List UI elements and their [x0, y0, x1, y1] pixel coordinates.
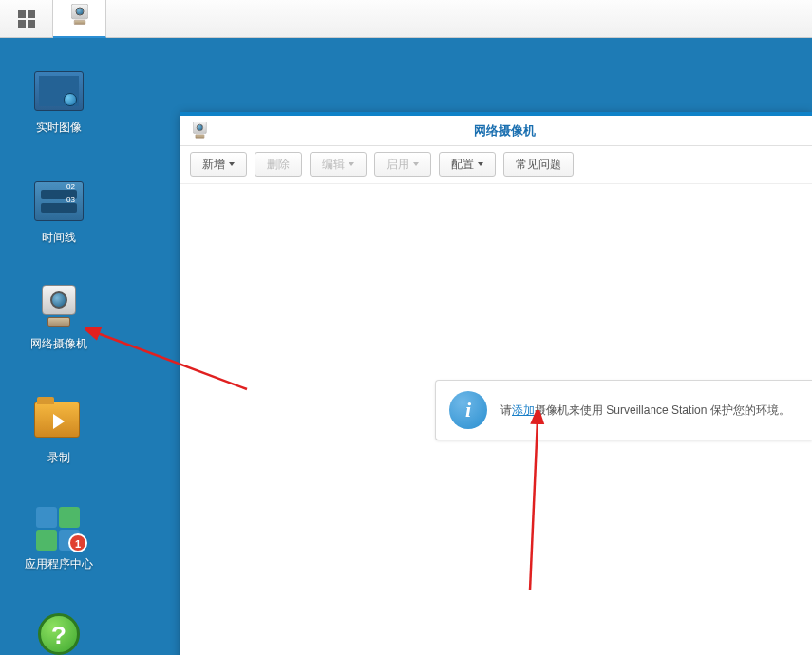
caret-icon — [413, 162, 419, 166]
apps-badge: 1 — [68, 533, 87, 552]
edit-button[interactable]: 编辑 — [310, 152, 367, 177]
desktop-record[interactable]: 录制 — [11, 399, 106, 466]
record-label: 录制 — [11, 450, 106, 466]
edit-label: 编辑 — [322, 157, 345, 173]
taskbar-menu-button[interactable] — [0, 0, 53, 38]
delete-button[interactable]: 删除 — [255, 152, 302, 177]
svg-rect-3 — [28, 20, 35, 28]
apps-label: 应用程序中心 — [11, 556, 106, 572]
liveview-icon — [32, 68, 85, 114]
svg-rect-2 — [18, 20, 26, 28]
info-prefix: 请 — [500, 403, 512, 417]
desktop-apps[interactable]: 1 应用程序中心 — [11, 505, 106, 572]
timeline-label: 时间线 — [11, 230, 106, 246]
info-message: i 请添加摄像机来使用 Surveillance Station 保护您的环境。 — [435, 380, 812, 440]
config-label: 配置 — [451, 157, 474, 173]
apps-grid-icon — [17, 9, 36, 28]
taskbar-camera-button[interactable] — [53, 0, 106, 38]
add-label: 新增 — [202, 157, 225, 173]
taskbar — [0, 0, 812, 38]
window-title: 网络摄像机 — [207, 122, 803, 140]
liveview-label: 实时图像 — [11, 120, 106, 136]
camera-icon — [32, 285, 85, 330]
timeline-icon: 02 03 — [32, 178, 85, 224]
window-toolbar: 新增 删除 编辑 启用 配置 常见问题 — [180, 146, 812, 184]
window-header: 网络摄像机 — [180, 116, 812, 146]
add-button[interactable]: 新增 — [190, 152, 247, 177]
faq-button[interactable]: 常见问题 — [503, 152, 574, 177]
svg-rect-0 — [18, 10, 26, 18]
caret-icon — [229, 162, 235, 166]
caret-icon — [478, 162, 483, 166]
camera-label: 网络摄像机 — [11, 336, 106, 352]
desktop-help[interactable]: ? — [11, 613, 106, 655]
desktop-liveview[interactable]: 实时图像 — [11, 68, 106, 136]
caret-icon — [349, 162, 354, 166]
camera-window: 网络摄像机 新增 删除 编辑 启用 配置 常见问题 i — [180, 112, 812, 655]
window-camera-icon — [190, 122, 207, 140]
desktop: 实时图像 02 03 时间线 网络摄像机 录制 1 应用程序中心 — [0, 38, 812, 655]
desktop-camera[interactable]: 网络摄像机 — [11, 285, 106, 352]
config-button[interactable]: 配置 — [439, 152, 496, 177]
add-link[interactable]: 添加 — [512, 403, 535, 417]
info-suffix: 摄像机来使用 Surveillance Station 保护您的环境。 — [535, 403, 790, 417]
record-icon — [32, 399, 85, 444]
svg-rect-1 — [28, 10, 35, 18]
apps-icon: 1 — [32, 505, 85, 551]
desktop-timeline[interactable]: 02 03 时间线 — [11, 178, 106, 246]
info-icon: i — [449, 391, 487, 429]
info-text: 请添加摄像机来使用 Surveillance Station 保护您的环境。 — [500, 402, 790, 419]
enable-button[interactable]: 启用 — [374, 152, 431, 177]
help-icon: ? — [38, 613, 80, 655]
enable-label: 启用 — [387, 157, 409, 173]
